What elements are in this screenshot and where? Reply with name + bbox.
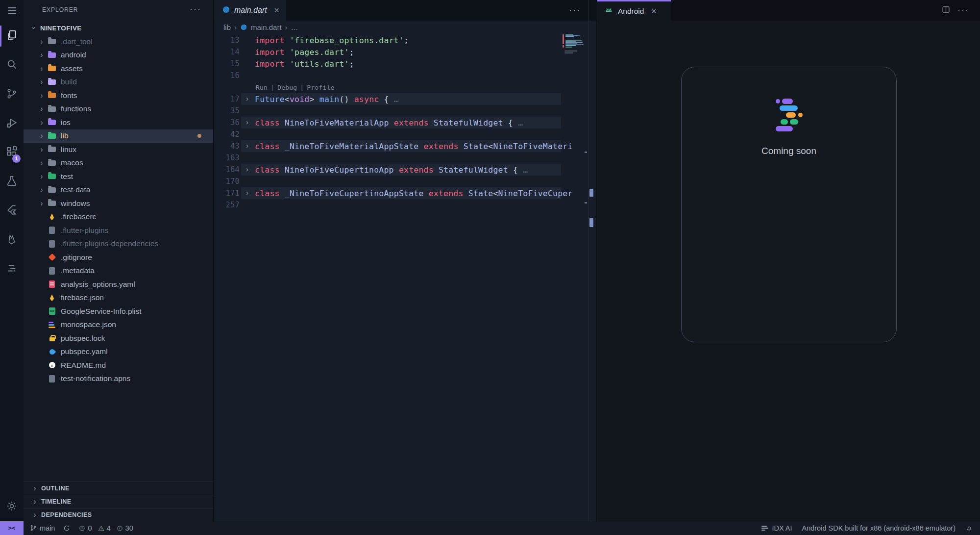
tree-item-ios[interactable]: ›ios (24, 116, 213, 129)
close-icon[interactable]: ✕ (651, 7, 657, 15)
code-line-43: 43›class _NineToFiveMaterialAppState ext… (214, 140, 561, 152)
search-icon (5, 58, 18, 73)
tab-main-dart[interactable]: main.dart ✕ (214, 0, 286, 21)
activity-testing-button[interactable] (0, 167, 24, 196)
activity-flutter-button[interactable] (0, 196, 24, 225)
tree-item-label: pubspec.lock (61, 334, 105, 343)
tree-item-monospace-json[interactable]: monospace.json (24, 318, 213, 332)
explorer-more-actions-icon[interactable]: ··· (190, 4, 201, 14)
activity-idx-button[interactable] (0, 255, 24, 283)
code-token: Future (255, 95, 285, 104)
tree-item-functions[interactable]: ›functions (24, 102, 213, 116)
activity-extensions-button[interactable]: 1 (0, 138, 24, 167)
tree-item-linux[interactable]: ›linux (24, 143, 213, 156)
idx-logo (776, 99, 803, 131)
idx-ai-item[interactable]: IDX AI (761, 524, 792, 532)
ruler-speck (585, 202, 587, 204)
tree-root-ninetofive[interactable]: › NINETOFIVE (24, 21, 213, 35)
tree-item-test-notification-apns[interactable]: test-notification.apns (24, 372, 213, 386)
code-token: import (255, 48, 285, 57)
codelens-run[interactable]: Run (256, 84, 268, 91)
activity-run-debug-button[interactable] (0, 109, 24, 138)
minimap[interactable] (562, 0, 589, 521)
code-line-36: 36›class NineToFiveMaterialApp extends S… (214, 117, 561, 128)
code-line-170: 170 (214, 176, 561, 187)
activity-menu-button[interactable] (0, 0, 24, 22)
tree-item-test-data[interactable]: ›test-data (24, 183, 213, 197)
code-token: extends (399, 165, 434, 175)
codelens-profile[interactable]: Profile (307, 84, 334, 91)
tree-item-assets[interactable]: ›assets (24, 62, 213, 76)
section-timeline[interactable]: ›TIMELINE (24, 495, 213, 508)
device-selector[interactable]: Android SDK built for x86 (android-x86 e… (802, 524, 956, 532)
code-line-171: 171›class _NineToFiveCupertinoAppState e… (214, 187, 561, 199)
fold-chevron-icon[interactable]: › (240, 142, 255, 151)
coming-soon-message: Coming soon (682, 146, 896, 156)
tree-item-pubspec-yaml[interactable]: pubspec.yaml (24, 345, 213, 359)
code-token (285, 59, 290, 69)
fold-chevron-icon[interactable]: › (240, 189, 255, 198)
tree-item--dart-tool[interactable]: ›.dart_tool (24, 35, 213, 49)
problems-item[interactable]: 0 4 30 (78, 524, 133, 532)
line-number: 170 (214, 177, 240, 186)
firebase-icon (48, 293, 56, 302)
section-dependencies[interactable]: ›DEPENDENCIES (24, 508, 213, 521)
code-token (424, 189, 429, 198)
chevron-right-icon: › (38, 118, 45, 127)
code-token (280, 165, 285, 175)
code-token (434, 165, 439, 175)
sync-icon[interactable] (63, 524, 71, 532)
code-token (280, 118, 285, 127)
more-actions-icon[interactable]: ··· (957, 5, 969, 16)
codelens-debug[interactable]: Debug (277, 84, 297, 91)
tree-item-android[interactable]: ›android (24, 49, 213, 62)
activity-explorer-button[interactable] (0, 22, 24, 51)
tree-item-firebase-json[interactable]: firebase.json (24, 291, 213, 305)
activity-firebase-button[interactable] (0, 225, 24, 254)
code-editor[interactable]: 13import 'firebase_options.dart';14impor… (214, 34, 561, 211)
chevron-down-icon: › (29, 25, 38, 31)
breadcrumb-symbol-ellipsis[interactable]: … (291, 23, 298, 31)
tree-item-pubspec-lock[interactable]: pubspec.lock (24, 331, 213, 345)
tab-android[interactable]: Android ✕ (597, 0, 671, 21)
tree-item--gitignore[interactable]: .gitignore (24, 251, 213, 264)
tree-item-build[interactable]: ›build (24, 76, 213, 89)
breadcrumb-lib[interactable]: lib (223, 23, 231, 31)
tree-item-lib[interactable]: ›lib (24, 129, 213, 143)
tree-item-test[interactable]: ›test (24, 170, 213, 183)
remote-indicator[interactable]: >< (0, 521, 24, 535)
fold-chevron-icon[interactable]: › (240, 95, 255, 103)
tree-item-googleservice-info-plist[interactable]: <>GoogleService-Info.plist (24, 305, 213, 318)
fold-chevron-icon[interactable]: › (240, 118, 255, 127)
line-number: 257 (214, 201, 240, 209)
line-number: 13 (214, 36, 240, 45)
tree-item--metadata[interactable]: .metadata (24, 264, 213, 278)
git-branch-item[interactable]: main (29, 524, 55, 532)
tree-item-fonts[interactable]: ›fonts (24, 89, 213, 102)
line-number: 171 (214, 189, 240, 198)
split-editor-icon[interactable] (941, 5, 951, 16)
tree-item--flutter-plugins-dependencies[interactable]: .flutter-plugins-dependencies (24, 237, 213, 251)
tree-item--flutter-plugins[interactable]: .flutter-plugins (24, 224, 213, 237)
tree-item-label: ios (61, 118, 71, 127)
tree-item-windows[interactable]: ›windows (24, 197, 213, 210)
activity-search-button[interactable] (0, 51, 24, 79)
tree-item--firebaserc[interactable]: .firebaserc (24, 210, 213, 224)
close-icon[interactable]: ✕ (274, 6, 280, 14)
activity-source-control-button[interactable] (0, 80, 24, 109)
breadcrumb-main-dart[interactable]: main.dart (251, 23, 282, 31)
activity-settings-button[interactable] (0, 492, 24, 521)
code-token (389, 118, 394, 127)
code-token: extends (429, 189, 464, 198)
section-label: DEPENDENCIES (41, 511, 92, 518)
idx-ai-icon (761, 526, 768, 531)
bell-icon[interactable] (965, 524, 973, 532)
fold-chevron-icon[interactable]: › (240, 165, 255, 174)
section-outline[interactable]: ›OUTLINE (24, 482, 213, 495)
code-token: class (255, 165, 280, 175)
tree-item-readme-md[interactable]: iREADME.md (24, 358, 213, 372)
tree-item-analysis-options-yaml[interactable]: analysis_options.yaml (24, 278, 213, 291)
code-token: NineToFiveCupertinoApp (285, 165, 394, 175)
tree-item-macos[interactable]: ›macos (24, 156, 213, 170)
minimap-line (565, 36, 574, 37)
